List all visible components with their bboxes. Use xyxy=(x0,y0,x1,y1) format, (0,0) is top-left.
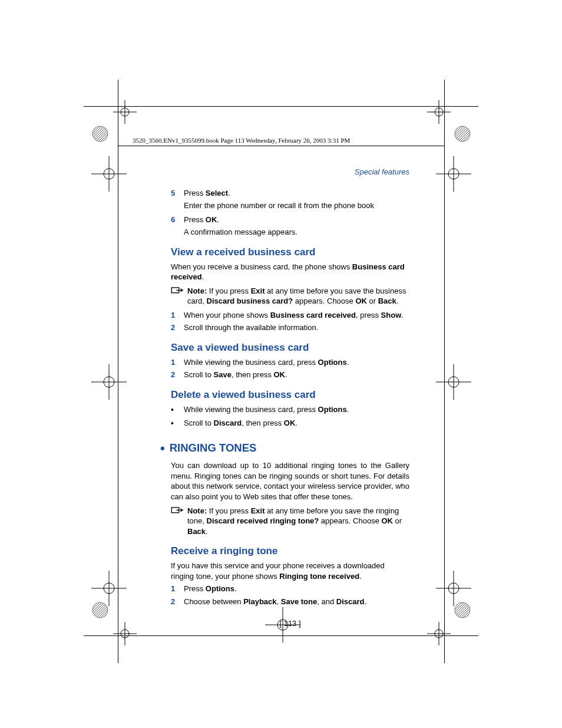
text: or xyxy=(367,297,378,305)
text: While viewing the business card, press xyxy=(184,358,318,367)
bold: Exit xyxy=(251,286,265,295)
step-1: 1 While viewing the business card, press… xyxy=(171,357,409,368)
bold: Note: xyxy=(187,506,207,515)
text: Scroll to xyxy=(184,419,214,427)
reg-mark-crosshair xyxy=(91,156,127,192)
heading-text: RINGING TONES xyxy=(170,441,257,456)
bold: Options xyxy=(318,405,347,414)
print-header: 3520_3560.ENv1_9355099.book Page 113 Wed… xyxy=(133,137,350,144)
text: Scroll to xyxy=(184,370,214,379)
text: . xyxy=(228,189,230,197)
text: Press xyxy=(184,189,206,197)
bold: OK xyxy=(206,215,217,224)
heading-ringing: •RINGING TONES xyxy=(171,440,409,457)
page-content: Special features 5 Press Select. Enter t… xyxy=(171,167,409,629)
text: . xyxy=(206,527,208,536)
reg-mark-crosshair xyxy=(436,364,471,400)
reg-mark-crosshair xyxy=(427,100,451,124)
step-number: 1 xyxy=(171,357,184,368)
bullet-item: • Scroll to Discard, then press OK. xyxy=(171,418,409,429)
bullet-dot: • xyxy=(171,404,184,416)
text: If you press xyxy=(207,286,250,295)
crop-top xyxy=(84,106,478,107)
bold: Discard xyxy=(336,597,365,606)
text: . xyxy=(396,297,399,305)
step-2: 2 Scroll to Save, then press OK. xyxy=(171,370,409,380)
heading-receive: Receive a ringing tone xyxy=(171,545,409,558)
step-2: 2 Scroll through the available informati… xyxy=(171,322,409,333)
text: or xyxy=(393,516,402,525)
bullet-item: • While viewing the business card, press… xyxy=(171,404,409,416)
page-number: [ 113 ] xyxy=(171,618,409,629)
bullet-dot: • xyxy=(171,418,184,429)
step-number: 2 xyxy=(171,322,184,333)
bold: Ringing tone received xyxy=(279,572,359,581)
paragraph: You can download up to 10 additional rin… xyxy=(171,460,409,502)
step-text: Press Options. xyxy=(184,584,409,594)
text: . xyxy=(234,584,237,593)
reg-mark-crosshair xyxy=(427,622,451,645)
bold: OK xyxy=(284,419,296,427)
step-text: While viewing the business card, press O… xyxy=(184,357,409,368)
text: When you receive a business card, the ph… xyxy=(171,262,352,271)
step-text: Press OK. xyxy=(184,215,409,225)
step-number: 1 xyxy=(171,584,184,594)
bullet-icon: • xyxy=(160,440,165,457)
header-rule xyxy=(118,146,445,146)
bold: Note: xyxy=(187,286,207,295)
reg-mark-hatched-circle xyxy=(91,125,109,143)
bold: Playback xyxy=(243,597,276,606)
text: , press xyxy=(356,311,381,319)
paragraph: If you have this service and your phone … xyxy=(171,561,409,581)
text: . xyxy=(347,358,349,367)
text: . xyxy=(202,272,204,281)
reg-mark-crosshair xyxy=(91,571,127,606)
paragraph: When you receive a business card, the ph… xyxy=(171,262,409,282)
bold: Back xyxy=(187,527,206,536)
bold: Options xyxy=(206,584,234,593)
text: When your phone shows xyxy=(184,311,270,319)
note-icon xyxy=(171,506,187,537)
bold: Business card received xyxy=(270,311,356,319)
text: , xyxy=(277,597,281,606)
step-2: 2 Choose between Playback, Save tone, an… xyxy=(171,597,409,607)
bold: OK xyxy=(274,370,286,379)
bold: OK xyxy=(355,297,367,305)
note-block: Note: If you press Exit at any time befo… xyxy=(171,286,409,307)
note-text: Note: If you press Exit at any time befo… xyxy=(187,286,409,307)
text: While viewing the business card, press xyxy=(184,405,318,414)
heading-delete: Delete a viewed business card xyxy=(171,388,409,402)
text: If you press xyxy=(207,506,250,515)
bullet-text: Scroll to Discard, then press OK. xyxy=(184,418,297,429)
step-text: When your phone shows Business card rece… xyxy=(184,310,409,321)
heading-save: Save a viewed business card xyxy=(171,341,409,355)
step-number: 5 xyxy=(171,188,184,199)
text: Press xyxy=(184,584,206,593)
note-text: Note: If you press Exit at any time befo… xyxy=(187,506,409,537)
reg-mark-crosshair xyxy=(113,622,137,645)
bold: Discard xyxy=(214,419,242,427)
text: appears. Choose xyxy=(293,297,355,305)
svg-point-7 xyxy=(455,126,470,141)
step-sub: A confirmation message appears. xyxy=(184,227,409,238)
step-text: Scroll through the available information… xyxy=(184,322,409,333)
note-icon xyxy=(171,286,187,307)
text: , and xyxy=(317,597,336,606)
text: Choose between xyxy=(184,597,243,606)
text: . xyxy=(295,419,297,427)
note-block: Note: If you press Exit at any time befo… xyxy=(171,506,409,537)
reg-mark-crosshair xyxy=(436,156,471,192)
bold: Save xyxy=(214,370,232,379)
step-1: 1 Press Options. xyxy=(171,584,409,594)
step-number: 2 xyxy=(171,370,184,380)
reg-mark-hatched-circle xyxy=(454,125,471,143)
section-label: Special features xyxy=(171,167,409,177)
bold: Select xyxy=(206,189,228,197)
step-sub: Enter the phone number or recall it from… xyxy=(184,200,409,211)
bold: Show xyxy=(381,311,402,319)
bold: Discard business card? xyxy=(207,297,293,305)
bold: Save tone xyxy=(281,597,317,606)
heading-view: View a received business card xyxy=(171,246,409,259)
text: appears. Choose xyxy=(319,516,381,525)
bold: Options xyxy=(318,358,347,367)
